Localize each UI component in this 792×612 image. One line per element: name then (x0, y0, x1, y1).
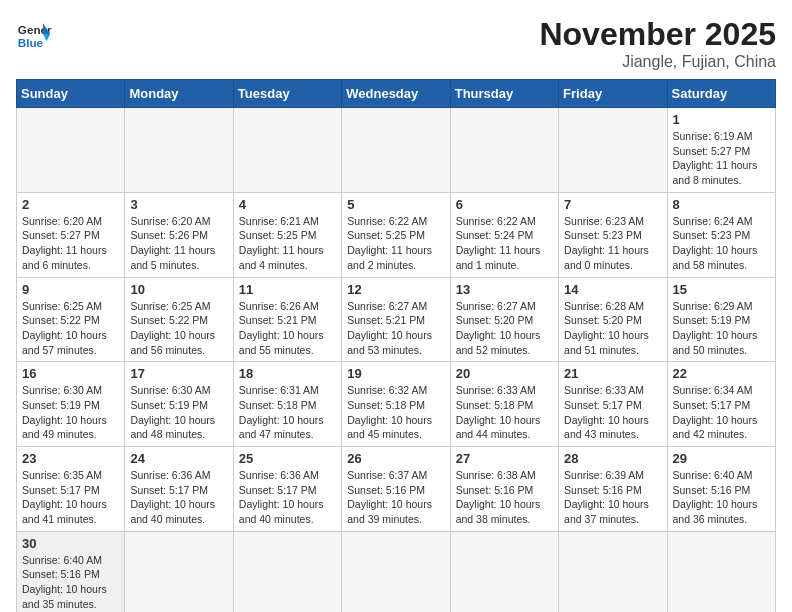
calendar-week-row: 9Sunrise: 6:25 AM Sunset: 5:22 PM Daylig… (17, 277, 776, 362)
calendar-cell: 3Sunrise: 6:20 AM Sunset: 5:26 PM Daylig… (125, 192, 233, 277)
calendar-cell: 6Sunrise: 6:22 AM Sunset: 5:24 PM Daylig… (450, 192, 558, 277)
day-info: Sunrise: 6:25 AM Sunset: 5:22 PM Dayligh… (22, 299, 119, 358)
day-number: 3 (130, 197, 227, 212)
day-number: 12 (347, 282, 444, 297)
calendar-cell: 9Sunrise: 6:25 AM Sunset: 5:22 PM Daylig… (17, 277, 125, 362)
day-number: 14 (564, 282, 661, 297)
day-number: 13 (456, 282, 553, 297)
calendar-cell: 16Sunrise: 6:30 AM Sunset: 5:19 PM Dayli… (17, 362, 125, 447)
day-info: Sunrise: 6:27 AM Sunset: 5:21 PM Dayligh… (347, 299, 444, 358)
calendar-cell: 1Sunrise: 6:19 AM Sunset: 5:27 PM Daylig… (667, 108, 775, 193)
day-number: 21 (564, 366, 661, 381)
calendar-table: SundayMondayTuesdayWednesdayThursdayFrid… (16, 79, 776, 612)
calendar-cell (450, 531, 558, 612)
day-info: Sunrise: 6:19 AM Sunset: 5:27 PM Dayligh… (673, 129, 770, 188)
day-number: 18 (239, 366, 336, 381)
day-info: Sunrise: 6:31 AM Sunset: 5:18 PM Dayligh… (239, 383, 336, 442)
logo-icon: General Blue (16, 16, 52, 52)
day-number: 5 (347, 197, 444, 212)
day-number: 11 (239, 282, 336, 297)
col-header-friday: Friday (559, 80, 667, 108)
calendar-week-row: 30Sunrise: 6:40 AM Sunset: 5:16 PM Dayli… (17, 531, 776, 612)
calendar-cell (125, 531, 233, 612)
page-header: General Blue November 2025 Jiangle, Fuji… (16, 16, 776, 71)
calendar-cell: 5Sunrise: 6:22 AM Sunset: 5:25 PM Daylig… (342, 192, 450, 277)
col-header-monday: Monday (125, 80, 233, 108)
col-header-thursday: Thursday (450, 80, 558, 108)
col-header-tuesday: Tuesday (233, 80, 341, 108)
calendar-cell: 18Sunrise: 6:31 AM Sunset: 5:18 PM Dayli… (233, 362, 341, 447)
day-info: Sunrise: 6:40 AM Sunset: 5:16 PM Dayligh… (673, 468, 770, 527)
day-info: Sunrise: 6:30 AM Sunset: 5:19 PM Dayligh… (130, 383, 227, 442)
calendar-cell: 10Sunrise: 6:25 AM Sunset: 5:22 PM Dayli… (125, 277, 233, 362)
day-info: Sunrise: 6:39 AM Sunset: 5:16 PM Dayligh… (564, 468, 661, 527)
day-number: 7 (564, 197, 661, 212)
day-info: Sunrise: 6:35 AM Sunset: 5:17 PM Dayligh… (22, 468, 119, 527)
day-info: Sunrise: 6:28 AM Sunset: 5:20 PM Dayligh… (564, 299, 661, 358)
day-number: 17 (130, 366, 227, 381)
day-number: 30 (22, 536, 119, 551)
calendar-cell: 21Sunrise: 6:33 AM Sunset: 5:17 PM Dayli… (559, 362, 667, 447)
day-number: 26 (347, 451, 444, 466)
calendar-cell: 4Sunrise: 6:21 AM Sunset: 5:25 PM Daylig… (233, 192, 341, 277)
calendar-cell (342, 108, 450, 193)
day-info: Sunrise: 6:30 AM Sunset: 5:19 PM Dayligh… (22, 383, 119, 442)
calendar-cell: 28Sunrise: 6:39 AM Sunset: 5:16 PM Dayli… (559, 447, 667, 532)
day-info: Sunrise: 6:27 AM Sunset: 5:20 PM Dayligh… (456, 299, 553, 358)
calendar-cell: 17Sunrise: 6:30 AM Sunset: 5:19 PM Dayli… (125, 362, 233, 447)
calendar-cell: 7Sunrise: 6:23 AM Sunset: 5:23 PM Daylig… (559, 192, 667, 277)
day-info: Sunrise: 6:22 AM Sunset: 5:25 PM Dayligh… (347, 214, 444, 273)
calendar-cell: 12Sunrise: 6:27 AM Sunset: 5:21 PM Dayli… (342, 277, 450, 362)
day-info: Sunrise: 6:36 AM Sunset: 5:17 PM Dayligh… (239, 468, 336, 527)
day-info: Sunrise: 6:33 AM Sunset: 5:17 PM Dayligh… (564, 383, 661, 442)
calendar-cell (125, 108, 233, 193)
calendar-cell (559, 108, 667, 193)
calendar-cell (342, 531, 450, 612)
day-info: Sunrise: 6:29 AM Sunset: 5:19 PM Dayligh… (673, 299, 770, 358)
day-number: 19 (347, 366, 444, 381)
day-number: 24 (130, 451, 227, 466)
month-title: November 2025 (539, 16, 776, 53)
day-number: 27 (456, 451, 553, 466)
day-number: 23 (22, 451, 119, 466)
day-info: Sunrise: 6:21 AM Sunset: 5:25 PM Dayligh… (239, 214, 336, 273)
day-number: 20 (456, 366, 553, 381)
calendar-cell: 2Sunrise: 6:20 AM Sunset: 5:27 PM Daylig… (17, 192, 125, 277)
day-info: Sunrise: 6:25 AM Sunset: 5:22 PM Dayligh… (130, 299, 227, 358)
day-info: Sunrise: 6:32 AM Sunset: 5:18 PM Dayligh… (347, 383, 444, 442)
day-info: Sunrise: 6:33 AM Sunset: 5:18 PM Dayligh… (456, 383, 553, 442)
col-header-wednesday: Wednesday (342, 80, 450, 108)
day-info: Sunrise: 6:36 AM Sunset: 5:17 PM Dayligh… (130, 468, 227, 527)
calendar-cell: 22Sunrise: 6:34 AM Sunset: 5:17 PM Dayli… (667, 362, 775, 447)
day-info: Sunrise: 6:23 AM Sunset: 5:23 PM Dayligh… (564, 214, 661, 273)
day-info: Sunrise: 6:38 AM Sunset: 5:16 PM Dayligh… (456, 468, 553, 527)
calendar-cell (559, 531, 667, 612)
calendar-week-row: 16Sunrise: 6:30 AM Sunset: 5:19 PM Dayli… (17, 362, 776, 447)
location: Jiangle, Fujian, China (539, 53, 776, 71)
day-info: Sunrise: 6:37 AM Sunset: 5:16 PM Dayligh… (347, 468, 444, 527)
title-area: November 2025 Jiangle, Fujian, China (539, 16, 776, 71)
calendar-header-row: SundayMondayTuesdayWednesdayThursdayFrid… (17, 80, 776, 108)
day-info: Sunrise: 6:26 AM Sunset: 5:21 PM Dayligh… (239, 299, 336, 358)
day-number: 10 (130, 282, 227, 297)
calendar-cell: 11Sunrise: 6:26 AM Sunset: 5:21 PM Dayli… (233, 277, 341, 362)
calendar-week-row: 23Sunrise: 6:35 AM Sunset: 5:17 PM Dayli… (17, 447, 776, 532)
calendar-week-row: 2Sunrise: 6:20 AM Sunset: 5:27 PM Daylig… (17, 192, 776, 277)
logo: General Blue (16, 16, 52, 52)
day-info: Sunrise: 6:40 AM Sunset: 5:16 PM Dayligh… (22, 553, 119, 612)
calendar-cell (17, 108, 125, 193)
day-number: 2 (22, 197, 119, 212)
day-number: 28 (564, 451, 661, 466)
calendar-cell: 15Sunrise: 6:29 AM Sunset: 5:19 PM Dayli… (667, 277, 775, 362)
day-number: 6 (456, 197, 553, 212)
svg-marker-3 (43, 34, 50, 41)
day-number: 25 (239, 451, 336, 466)
day-number: 29 (673, 451, 770, 466)
day-number: 22 (673, 366, 770, 381)
day-info: Sunrise: 6:20 AM Sunset: 5:27 PM Dayligh… (22, 214, 119, 273)
calendar-cell: 25Sunrise: 6:36 AM Sunset: 5:17 PM Dayli… (233, 447, 341, 532)
svg-text:Blue: Blue (18, 36, 44, 49)
col-header-sunday: Sunday (17, 80, 125, 108)
calendar-cell (450, 108, 558, 193)
day-number: 16 (22, 366, 119, 381)
